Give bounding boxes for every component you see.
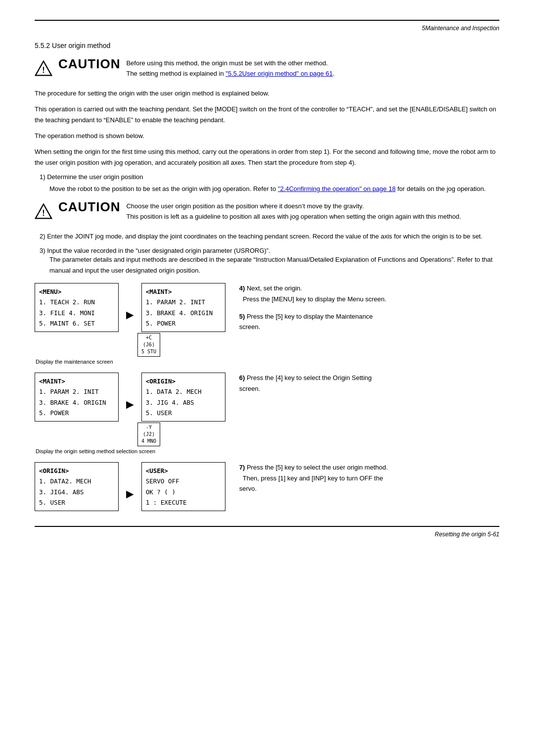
body-para-1: The procedure for setting the origin wit… xyxy=(35,88,499,99)
key-indicator-row-2: -Y(J2)4 MNO xyxy=(137,423,160,446)
diagram-1-row: <MENU> 1. TEACH 2. RUN 3. FILE 4. MONI 5… xyxy=(35,283,499,365)
maint2-line-3: 5. POWER xyxy=(39,408,111,418)
step-7: 7) Press the [5] key to select the user … xyxy=(239,462,393,494)
key-indicator-1: +C(J6)5 STU xyxy=(137,333,160,357)
maint2-line-1: 1. PARAM 2. INIT xyxy=(39,386,111,397)
step-3-sub: The parameter details and input methods … xyxy=(49,254,499,276)
section-title: 5.5.2 User origin method xyxy=(35,42,499,49)
step-1-sub: Move the robot to the position to be set… xyxy=(49,184,499,194)
maint-line-2: 3. BRAKE 4. ORIGIN xyxy=(146,308,218,318)
arrow-2: ► xyxy=(119,397,141,412)
arrow-1: ► xyxy=(119,307,141,323)
diagram-1-label-row: Display the maintenance screen xyxy=(35,357,113,365)
step-2: 2) Enter the JOINT jog mode, and display… xyxy=(40,231,499,242)
origin2-line-2: 3. JIG4. ABS xyxy=(39,487,111,497)
diagram-1-boxes: <MENU> 1. TEACH 2. RUN 3. FILE 4. MONI 5… xyxy=(35,283,225,365)
diagram-2-boxes: <MAINT> 1. PARAM 2. INIT 3. BRAKE 4. ORI… xyxy=(35,373,225,454)
diagram-2-bottom-label: Display the origin setting method select… xyxy=(36,448,155,454)
user-box-title: <USER> xyxy=(146,466,218,476)
bottom-rule xyxy=(35,526,499,527)
caution-label-1: CAUTION xyxy=(58,56,120,72)
maint-line-1: 1. PARAM 2. INIT xyxy=(146,297,218,307)
footer-text: Resetting the origin 5-61 xyxy=(435,531,499,538)
origin2-title: <ORIGIN> xyxy=(39,466,111,476)
caution-box-1: ! CAUTION Before using this method, the … xyxy=(35,58,499,79)
origin-box-2: <ORIGIN> 1. DATA2. MECH 3. JIG4. ABS 5. … xyxy=(35,462,119,511)
caution-box-2: ! CAUTION Choose the user origin positio… xyxy=(35,201,499,222)
maint-box-1: <MAINT> 1. PARAM 2. INIT 3. BRAKE 4. ORI… xyxy=(141,283,225,332)
page-container: 5Maintenance and Inspection 5.5.2 User o… xyxy=(0,0,534,567)
step-6: 6) Press the [4] key to select the Origi… xyxy=(239,373,393,394)
user-box: <USER> SERVO OFF OK ? ( ) 1 : EXECUTE xyxy=(141,462,225,511)
origin-line-2: 3. JIG 4. ABS xyxy=(146,397,218,408)
step-7-col: 7) Press the [5] key to select the user … xyxy=(239,462,393,494)
menu-line-2: 3. FILE 4. MONI xyxy=(39,308,111,318)
maint-box-1-title: <MAINT> xyxy=(146,286,218,297)
user-line-3: 1 : EXECUTE xyxy=(146,497,218,508)
body-para-4: When setting the origin for the first ti… xyxy=(35,146,499,168)
origin-box: <ORIGIN> 1. DATA 2. MECH 3. JIG 4. ABS 5… xyxy=(141,373,225,422)
arrow-3: ► xyxy=(119,486,141,502)
diagram-2-box-row: <MAINT> 1. PARAM 2. INIT 3. BRAKE 4. ORI… xyxy=(35,373,225,422)
top-rule xyxy=(35,20,499,21)
maint-box-2-title: <MAINT> xyxy=(39,376,111,386)
body-para-3: The operation method is shown below. xyxy=(35,131,499,142)
diagram-1-bottom-label: Display the maintenance screen xyxy=(36,359,113,365)
arrow-right-icon-3: ► xyxy=(124,486,136,502)
steps-4-5-col: 4) Next, set the origin. Press the [MENU… xyxy=(239,283,393,332)
caution-triangle-icon-2: ! xyxy=(35,202,52,220)
step-4: 4) Next, set the origin. Press the [MENU… xyxy=(239,283,393,304)
header-title: 5Maintenance and Inspection xyxy=(422,25,499,32)
diagram-1-box-row: <MENU> 1. TEACH 2. RUN 3. FILE 4. MONI 5… xyxy=(35,283,225,332)
diagram-3-box-row: <ORIGIN> 1. DATA2. MECH 3. JIG4. ABS 5. … xyxy=(35,462,225,511)
footer-line: Resetting the origin 5-61 xyxy=(35,531,499,538)
step-6-col: 6) Press the [4] key to select the Origi… xyxy=(239,373,393,394)
step-1-section: 1) Determine the user origin position Mo… xyxy=(35,173,499,194)
caution-triangle-icon-1: ! xyxy=(35,59,52,77)
maint2-line-2: 3. BRAKE 4. ORIGIN xyxy=(39,397,111,408)
maint-line-3: 5. POWER xyxy=(146,318,218,329)
menu-line-3: 5. MAINT 6. SET xyxy=(39,318,111,329)
caution-label-2: CAUTION xyxy=(58,199,120,215)
arrow-right-icon-2: ► xyxy=(124,397,136,412)
body-para-2: This operation is carried out with the t… xyxy=(35,104,499,126)
step-1-label: 1) Determine the user origin position xyxy=(40,173,499,181)
user-line-1: SERVO OFF xyxy=(146,476,218,486)
key-indicator-row-1: +C(J6)5 STU xyxy=(137,333,160,357)
user-line-2: OK ? ( ) xyxy=(146,487,218,497)
menu-box-title: <MENU> xyxy=(39,286,111,297)
arrow-right-icon-1: ► xyxy=(124,307,136,323)
caution-icon-1: ! xyxy=(35,59,52,77)
maint-box-2: <MAINT> 1. PARAM 2. INIT 3. BRAKE 4. ORI… xyxy=(35,373,119,422)
caution1-link: "5.5.2User origin method" on page 61 xyxy=(225,70,333,77)
origin2-line-1: 1. DATA2. MECH xyxy=(39,476,111,486)
menu-box: <MENU> 1. TEACH 2. RUN 3. FILE 4. MONI 5… xyxy=(35,283,119,332)
step-3-label: 3) Input the value recorded in the “user… xyxy=(40,247,499,254)
diagram-2-label-row: Display the origin setting method select… xyxy=(35,447,155,454)
step1-link: "2.4Confirming the operation" on page 18 xyxy=(278,185,396,192)
diagram-3-boxes: <ORIGIN> 1. DATA2. MECH 3. JIG4. ABS 5. … xyxy=(35,462,225,511)
step-3-section: 3) Input the value recorded in the “user… xyxy=(40,247,499,276)
caution-text-2: Choose the user origin position as the p… xyxy=(126,201,461,222)
caution-icon-2: ! xyxy=(35,202,52,220)
origin2-line-3: 5. USER xyxy=(39,497,111,508)
diagram-3-row: <ORIGIN> 1. DATA2. MECH 3. JIG4. ABS 5. … xyxy=(35,462,499,511)
menu-line-1: 1. TEACH 2. RUN xyxy=(39,297,111,307)
step-5: 5) Press the [5] key to display the Main… xyxy=(239,311,393,332)
svg-text:!: ! xyxy=(42,65,44,74)
svg-text:!: ! xyxy=(42,208,44,217)
origin-box-title: <ORIGIN> xyxy=(146,376,218,386)
diagram-2-row: <MAINT> 1. PARAM 2. INIT 3. BRAKE 4. ORI… xyxy=(35,373,499,454)
origin-line-1: 1. DATA 2. MECH xyxy=(146,386,218,397)
caution-text-1: Before using this method, the origin mus… xyxy=(126,58,334,79)
header-line: 5Maintenance and Inspection xyxy=(35,25,499,32)
key-indicator-2: -Y(J2)4 MNO xyxy=(137,423,160,446)
origin-line-3: 5. USER xyxy=(146,408,218,418)
